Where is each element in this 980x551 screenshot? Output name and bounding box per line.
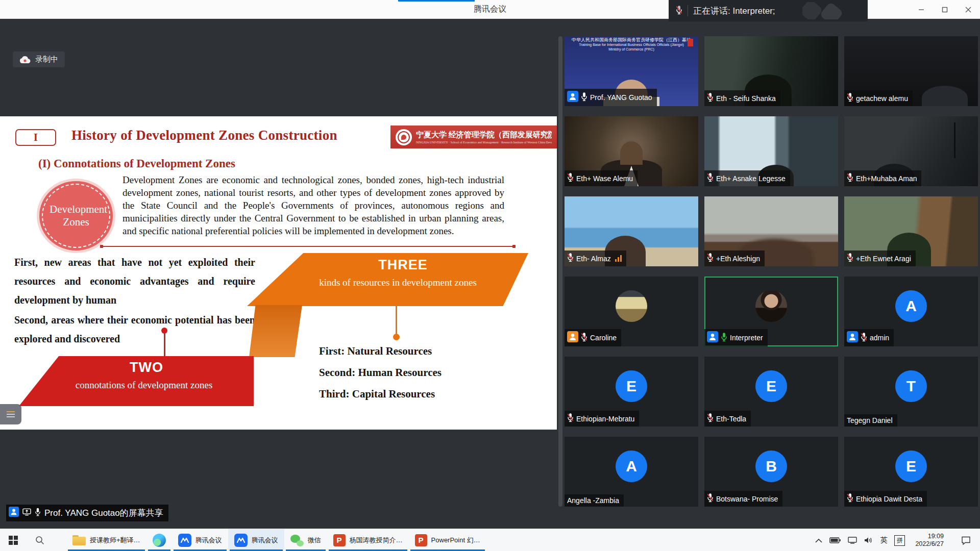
tile-slide-captions: 中华人民共和国商务部国际商务官员研修学院（江西）基地Training Base …	[565, 38, 698, 52]
wechat-icon	[290, 534, 304, 547]
mic-muted-icon	[676, 5, 682, 17]
recording-indicator[interactable]: 录制中	[13, 52, 65, 67]
ribbon-fold	[249, 305, 302, 357]
minimize-button[interactable]	[910, 0, 933, 19]
windows-taskbar: 授课教师+翻译…腾讯会议腾讯会议微信P杨国涛教授简介…PPowerPoint 幻…	[0, 529, 980, 551]
participant-tile[interactable]: E Ethiopia Dawit Desta	[844, 437, 978, 507]
taskbar-app-tm[interactable]: 腾讯会议	[228, 529, 284, 551]
slide-paragraph: Development Zones are economic and techn…	[122, 173, 504, 237]
maximize-button[interactable]	[933, 0, 957, 19]
participant-tile[interactable]: B Botswana- Promise	[704, 437, 838, 507]
participant-tile[interactable]: Caroline	[565, 277, 698, 346]
taskbar-app-ppt[interactable]: P杨国涛教授简介…	[327, 529, 409, 551]
tencent-meeting-icon	[178, 534, 191, 547]
participant-name-bar: +Eth Aleshign	[704, 251, 765, 266]
participant-tile[interactable]: AAngella -Zambia	[565, 437, 698, 507]
participant-tile[interactable]: getachew alemu	[844, 36, 978, 106]
participant-name-bar: Prof. YANG Guotao	[565, 89, 657, 106]
taskbar-app-folder[interactable]: 授课教师+翻译…	[66, 529, 146, 551]
tray-chevron-icon[interactable]	[815, 538, 822, 543]
participant-tile[interactable]: Eth+Muhaba Aman	[844, 116, 978, 186]
red-pin-line	[164, 333, 165, 356]
point-first: First, new areas that have not yet explo…	[14, 253, 255, 310]
orange-pin-dot	[393, 334, 400, 340]
search-button[interactable]	[27, 529, 53, 551]
participant-name-bar: Eth-Tedla	[704, 411, 751, 427]
avatar	[755, 290, 787, 322]
presentation-slide: I History of Development Zones Construct…	[0, 116, 557, 430]
participant-tile[interactable]: E Ethiopian-Mebratu	[565, 357, 698, 427]
participant-name: Eth+ Wase Alemu	[576, 174, 633, 183]
cloud-record-icon	[19, 56, 31, 64]
participant-name-bar: Ethiopian-Mebratu	[565, 411, 639, 427]
taskbar-app-edge[interactable]	[146, 529, 172, 551]
development-zones-circle: Development Zones	[39, 181, 113, 251]
participant-tile[interactable]: Interpreter	[704, 277, 838, 346]
ime-mode-indicator[interactable]: 拼	[894, 535, 905, 546]
mic-muted-icon	[707, 253, 714, 264]
participant-name-bar: Eth+Muhaba Aman	[844, 170, 921, 186]
participant-tile[interactable]: E Eth-Tedla	[704, 357, 838, 427]
speaker-icon[interactable]	[864, 537, 873, 544]
participant-name: Ethiopian-Mebratu	[576, 415, 634, 423]
mic-muted-icon	[847, 253, 853, 264]
red-connector-line	[102, 246, 513, 247]
battery-icon[interactable]	[829, 537, 841, 543]
avatar	[616, 290, 647, 322]
screen-share-area: 录制中 I History of Development Zones Const…	[0, 19, 565, 529]
minimize-icon	[918, 7, 924, 13]
participant-tile[interactable]: Eth+ Wase Alemu	[565, 116, 698, 186]
close-button[interactable]	[957, 0, 980, 19]
participant-tile[interactable]: TTegegn Daniel	[844, 357, 978, 427]
powerpoint-icon: P	[415, 534, 427, 546]
taskbar-app-ppt[interactable]: PPowerPoint 幻…	[409, 529, 486, 551]
notification-center-icon[interactable]	[961, 536, 971, 545]
participant-name-bar: Eth - Seifu Shanka	[704, 90, 780, 106]
participant-name: +Eth Ewnet Aragi	[856, 255, 911, 263]
orange-pin-line	[396, 306, 397, 335]
participant-name: Eth+Muhaba Aman	[856, 174, 917, 183]
university-emblem-icon	[396, 129, 412, 145]
resources-list: First: Natural Resources Second: Human R…	[319, 345, 442, 409]
mic-on-icon	[35, 508, 41, 519]
point-second: Second, areas where their economic poten…	[14, 311, 255, 348]
resource-item: First: Natural Resources	[319, 345, 442, 358]
taskbar-app-tm[interactable]: 腾讯会议	[172, 529, 228, 551]
mic-muted-icon	[707, 413, 714, 424]
folder-icon	[72, 535, 86, 545]
tencent-meeting-window: 腾讯会议 正在讲话: Interpreter;	[0, 0, 980, 551]
side-panel-handle[interactable]	[0, 404, 21, 424]
participant-name: Tegegn Daniel	[847, 416, 893, 424]
letter-avatar: T	[895, 370, 927, 402]
participant-tile[interactable]: A admin	[844, 277, 978, 346]
participant-tile[interactable]: Eth+ Asnake Legesse	[704, 116, 838, 186]
taskbar-app-wechat[interactable]: 微信	[284, 529, 327, 551]
ime-language-indicator[interactable]: 英	[880, 536, 887, 545]
participants-scrollbar[interactable]	[558, 36, 562, 507]
two-banner: TWO connotations of development zones	[19, 356, 254, 406]
person-badge	[567, 91, 578, 104]
participant-name-bar: Eth+ Asnake Legesse	[704, 170, 790, 186]
participant-name-bar: Ethiopia Dawit Desta	[844, 491, 927, 507]
screen-share-icon	[22, 508, 31, 518]
participant-tile[interactable]: Eth- Almaz	[565, 196, 698, 266]
start-button[interactable]	[0, 529, 27, 551]
person-badge	[567, 331, 578, 344]
participant-name: Caroline	[590, 334, 617, 342]
presenter-share-label: Prof. YANG Guotao的屏幕共享	[6, 505, 168, 521]
display-cast-icon[interactable]	[848, 537, 857, 544]
now-speaking-banner: 正在讲话: Interpreter;	[669, 0, 868, 21]
participant-tile[interactable]: Eth - Seifu Shanka	[704, 36, 838, 106]
clock-time: 19:09	[915, 533, 944, 540]
taskbar-clock[interactable]: 19:09 2022/6/27	[915, 533, 944, 548]
participant-name: Interpreter	[730, 334, 763, 342]
participant-name-bar: Caroline	[565, 329, 621, 346]
participant-tile[interactable]: +Eth Aleshign	[704, 196, 838, 266]
participant-tile[interactable]: 中华人民共和国商务部国际商务官员研修学院（江西）基地Training Base …	[565, 36, 698, 106]
mic-muted-icon	[707, 92, 714, 104]
letter-avatar: E	[895, 450, 927, 482]
taskbar-app-label: 杨国涛教授简介…	[350, 536, 403, 545]
letter-avatar: A	[616, 450, 647, 482]
meeting-logo-watermark	[802, 2, 859, 19]
participant-tile[interactable]: +Eth Ewnet Aragi	[844, 196, 978, 266]
